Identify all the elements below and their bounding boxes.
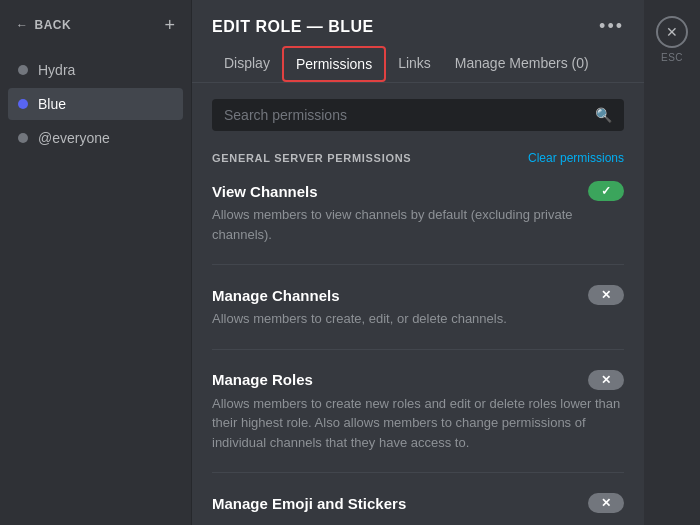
permission-row: Manage Roles ✕ <box>212 370 624 390</box>
permission-desc: Allows members to view channels by defau… <box>212 205 624 244</box>
more-options-button[interactable]: ••• <box>599 16 624 37</box>
permission-desc: Allows members to create new roles and e… <box>212 394 624 453</box>
back-button[interactable]: ← BACK <box>16 18 71 32</box>
permissions-list: View Channels ✓ Allows members to view c… <box>212 181 624 525</box>
main-header: EDIT ROLE — BLUE ••• <box>192 0 644 37</box>
permission-toggle[interactable]: ✕ <box>588 370 624 390</box>
permission-item: View Channels ✓ Allows members to view c… <box>212 181 624 265</box>
role-dot <box>18 65 28 75</box>
permission-name: Manage Emoji and Stickers <box>212 495 406 512</box>
permission-item: Manage Channels ✕ Allows members to crea… <box>212 285 624 350</box>
permissions-content: 🔍 GENERAL SERVER PERMISSIONS Clear permi… <box>192 83 644 525</box>
toggle-icon: ✕ <box>601 496 611 510</box>
permission-item: Manage Roles ✕ Allows members to create … <box>212 370 624 474</box>
role-name: Blue <box>38 96 66 112</box>
sidebar: ← BACK + Hydra Blue @everyone <box>0 0 192 525</box>
close-icon: ✕ <box>666 24 678 40</box>
sidebar-item-blue[interactable]: Blue <box>8 88 183 120</box>
back-icon: ← <box>16 18 29 32</box>
permission-toggle[interactable]: ✓ <box>588 181 624 201</box>
permission-row: View Channels ✓ <box>212 181 624 201</box>
sidebar-item--everyone[interactable]: @everyone <box>8 122 183 154</box>
tab-permissions[interactable]: Permissions <box>282 46 386 82</box>
role-dot <box>18 99 28 109</box>
clear-permissions-button[interactable]: Clear permissions <box>528 151 624 165</box>
esc-container: ✕ ESC <box>644 0 700 525</box>
sidebar-role-list: Hydra Blue @everyone <box>8 54 183 156</box>
tab-links[interactable]: Links <box>386 45 443 83</box>
sidebar-header: ← BACK + <box>8 16 183 34</box>
section-header: GENERAL SERVER PERMISSIONS Clear permiss… <box>212 151 624 165</box>
permission-row: Manage Emoji and Stickers ✕ <box>212 493 624 513</box>
toggle-icon: ✕ <box>601 373 611 387</box>
sidebar-item-hydra[interactable]: Hydra <box>8 54 183 86</box>
page-title: EDIT ROLE — BLUE <box>212 18 374 36</box>
tab-manage-members[interactable]: Manage Members (0) <box>443 45 601 83</box>
tabs-bar: DisplayPermissionsLinksManage Members (0… <box>192 45 644 83</box>
role-dot <box>18 133 28 143</box>
add-role-button[interactable]: + <box>164 16 175 34</box>
back-label: BACK <box>35 18 72 32</box>
permission-name: Manage Channels <box>212 287 340 304</box>
search-bar[interactable]: 🔍 <box>212 99 624 131</box>
role-name: Hydra <box>38 62 75 78</box>
permission-toggle[interactable]: ✕ <box>588 493 624 513</box>
section-title: GENERAL SERVER PERMISSIONS <box>212 152 411 164</box>
permission-toggle[interactable]: ✕ <box>588 285 624 305</box>
tab-display[interactable]: Display <box>212 45 282 83</box>
search-icon: 🔍 <box>595 107 612 123</box>
role-name: @everyone <box>38 130 110 146</box>
permission-desc: Allows members to create, edit, or delet… <box>212 309 624 329</box>
permission-item: Manage Emoji and Stickers ✕ <box>212 493 624 525</box>
esc-label: ESC <box>661 52 683 63</box>
search-input[interactable] <box>224 107 595 123</box>
permission-name: Manage Roles <box>212 371 313 388</box>
permission-name: View Channels <box>212 183 318 200</box>
toggle-icon: ✓ <box>601 184 611 198</box>
permission-row: Manage Channels ✕ <box>212 285 624 305</box>
esc-button[interactable]: ✕ <box>656 16 688 48</box>
toggle-icon: ✕ <box>601 288 611 302</box>
main-panel: EDIT ROLE — BLUE ••• DisplayPermissionsL… <box>192 0 644 525</box>
